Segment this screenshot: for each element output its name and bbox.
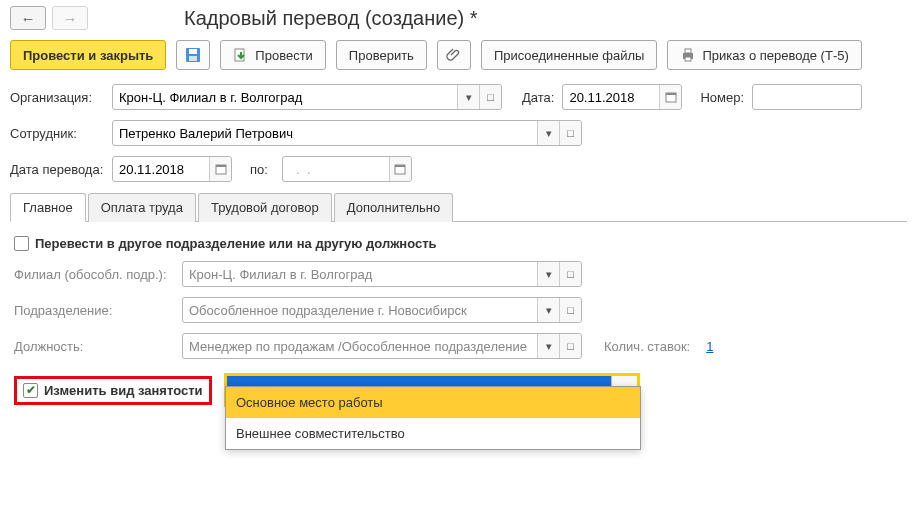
org-label: Организация: xyxy=(10,90,104,105)
tab-contract[interactable]: Трудовой договор xyxy=(198,193,332,222)
transfer-date-input[interactable] xyxy=(113,157,209,181)
paperclip-icon xyxy=(446,47,462,63)
nav-back-button[interactable]: ← xyxy=(10,6,46,30)
svg-rect-8 xyxy=(666,93,676,95)
svg-rect-2 xyxy=(189,56,197,61)
rates-link[interactable]: 1 xyxy=(706,339,713,354)
position-open-button: □ xyxy=(559,334,581,358)
branch-label: Филиал (обособл. подр.): xyxy=(14,267,174,282)
transfer-date-label: Дата перевода: xyxy=(10,162,104,177)
branch-open-button: □ xyxy=(559,262,581,286)
department-dropdown-button: ▾ xyxy=(537,298,559,322)
save-icon xyxy=(185,47,201,63)
employment-checkbox-label: Изменить вид занятости xyxy=(44,383,203,398)
svg-rect-10 xyxy=(216,165,226,167)
tab-additional[interactable]: Дополнительно xyxy=(334,193,454,222)
nav-forward-button[interactable]: → xyxy=(52,6,88,30)
position-dropdown-button: ▾ xyxy=(537,334,559,358)
page-title: Кадровый перевод (создание) * xyxy=(184,7,478,30)
print-order-button[interactable]: Приказ о переводе (Т-5) xyxy=(667,40,861,70)
to-label: по: xyxy=(250,162,268,177)
number-input[interactable] xyxy=(753,85,861,109)
org-dropdown-button[interactable]: ▾ xyxy=(457,85,479,109)
department-input xyxy=(183,298,537,322)
save-button[interactable] xyxy=(176,40,210,70)
svg-rect-6 xyxy=(685,57,691,61)
employment-option-main[interactable]: Основное место работы xyxy=(226,387,640,418)
position-input xyxy=(183,334,537,358)
org-open-button[interactable]: □ xyxy=(479,85,501,109)
employee-dropdown-button[interactable]: ▾ xyxy=(537,121,559,145)
post-and-close-button[interactable]: Провести и закрыть xyxy=(10,40,166,70)
position-label: Должность: xyxy=(14,339,174,354)
printer-icon xyxy=(680,47,696,63)
post-icon xyxy=(233,47,249,63)
transfer-date-calendar-button[interactable] xyxy=(209,157,231,181)
branch-dropdown-button: ▾ xyxy=(537,262,559,286)
rates-label: Колич. ставок: xyxy=(604,339,690,354)
svg-rect-12 xyxy=(395,165,405,167)
employee-input[interactable] xyxy=(113,121,537,145)
attached-files-button[interactable]: Присоединенные файлы xyxy=(481,40,658,70)
org-input[interactable] xyxy=(113,85,457,109)
employment-checkbox[interactable] xyxy=(23,383,38,398)
employee-label: Сотрудник: xyxy=(10,126,104,141)
date-input[interactable] xyxy=(563,85,659,109)
calendar-icon xyxy=(665,91,677,103)
tab-payment[interactable]: Оплата труда xyxy=(88,193,196,222)
department-open-button: □ xyxy=(559,298,581,322)
svg-rect-1 xyxy=(189,49,197,54)
calendar-icon xyxy=(215,163,227,175)
number-label: Номер: xyxy=(700,90,744,105)
to-date-calendar-button[interactable] xyxy=(389,157,411,181)
svg-rect-5 xyxy=(685,49,691,53)
tab-main[interactable]: Главное xyxy=(10,193,86,222)
employee-open-button[interactable]: □ xyxy=(559,121,581,145)
branch-input xyxy=(183,262,537,286)
transfer-checkbox-label: Перевести в другое подразделение или на … xyxy=(35,236,437,251)
department-label: Подразделение: xyxy=(14,303,174,318)
post-button[interactable]: Провести xyxy=(220,40,326,70)
calendar-icon xyxy=(394,163,406,175)
employment-option-external[interactable]: Внешнее совместительство xyxy=(226,418,640,449)
transfer-checkbox[interactable] xyxy=(14,236,29,251)
check-button[interactable]: Проверить xyxy=(336,40,427,70)
attach-button[interactable] xyxy=(437,40,471,70)
employment-dropdown[interactable]: Основное место работы Внешнее совместите… xyxy=(225,386,641,450)
to-date-input[interactable] xyxy=(283,157,389,181)
date-calendar-button[interactable] xyxy=(659,85,681,109)
date-label: Дата: xyxy=(522,90,554,105)
